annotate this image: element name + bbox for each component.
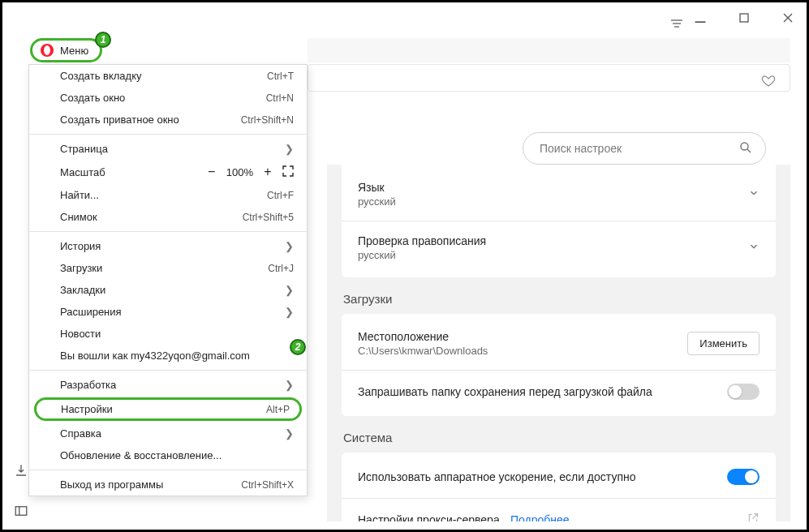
menu-item-downloads[interactable]: Загрузки Ctrl+J [29, 257, 307, 279]
downloads-card: Местоположение C:\Users\kmwar\Downloads … [342, 314, 776, 416]
menu-item-label: Выход из программы [60, 478, 163, 491]
settings-panel: Язык русский Проверка правописания русск… [327, 165, 790, 521]
proxy-row[interactable]: Настройки прокси-сервера Подробнее... [358, 507, 760, 521]
change-button[interactable]: Изменить [687, 332, 760, 355]
menu-item-find[interactable]: Найти... Ctrl+F [29, 184, 307, 206]
toolbar-stack-icon[interactable] [669, 19, 684, 33]
menu-item-label: Создать окно [60, 92, 125, 104]
heart-icon[interactable] [761, 74, 776, 92]
ask-folder-toggle[interactable] [727, 384, 760, 400]
sidebar-bottom-icons [14, 463, 28, 521]
zoom-value: 100% [226, 166, 253, 178]
proxy-label: Настройки прокси-сервера [358, 513, 500, 521]
menu-item-update[interactable]: Обновление & восстановление... [29, 444, 307, 466]
language-label: Язык [358, 181, 396, 194]
menu-item-news[interactable]: Новости [29, 323, 307, 345]
zoom-in-button[interactable]: + [261, 165, 274, 179]
proxy-more-link[interactable]: Подробнее... [510, 513, 579, 521]
ask-folder-label: Запрашивать папку сохранения перед загру… [358, 385, 652, 398]
menu-shortcut: Alt+P [266, 404, 290, 415]
search-input[interactable] [523, 132, 766, 165]
tab-strip [308, 38, 790, 62]
language-value: русский [358, 195, 396, 208]
menu-item-history[interactable]: История ❯ [29, 235, 307, 257]
menu-item-label: История [60, 240, 101, 252]
menu-item-page[interactable]: Страница ❯ [29, 138, 307, 160]
menu-shortcut: Ctrl+F [267, 190, 294, 201]
system-card: Использовать аппаратное ускорение, если … [342, 453, 776, 521]
spellcheck-row[interactable]: Проверка правописания русский [358, 230, 760, 266]
svg-rect-0 [740, 14, 748, 22]
menu-item-label: Масштаб [60, 166, 105, 178]
menu-item-extensions[interactable]: Расширения ❯ [29, 301, 307, 323]
menu-item-new-tab[interactable]: Создать вкладку Ctrl+T [29, 65, 307, 87]
external-link-icon [747, 512, 760, 521]
sidebar-toggle-icon[interactable] [14, 504, 28, 521]
downloads-section-title: Загрузки [343, 292, 790, 306]
hardware-accel-row[interactable]: Использовать аппаратное ускорение, если … [358, 464, 760, 490]
language-card: Язык русский Проверка правописания русск… [342, 165, 776, 277]
menu-item-label: Загрузки [60, 262, 102, 274]
menu-item-exit[interactable]: Выход из программы Ctrl+Shift+X [29, 474, 307, 496]
chevron-right-icon: ❯ [285, 284, 294, 296]
chevron-down-icon [748, 187, 760, 202]
menu-shortcut: Ctrl+Shift+5 [243, 212, 294, 223]
hardware-accel-label: Использовать аппаратное ускорение, если … [358, 470, 635, 483]
menu-item-account[interactable]: Вы вошли как my4322yqon@gmail.com [29, 345, 307, 367]
chevron-right-icon: ❯ [285, 143, 294, 155]
menu-shortcut: Ctrl+N [266, 92, 294, 104]
menu-shortcut: Ctrl+Shift+X [241, 479, 294, 491]
annotation-badge-1: 1 [95, 32, 111, 48]
menu-item-help[interactable]: Справка ❯ [29, 423, 307, 444]
menu-item-label: Настройки [61, 403, 113, 415]
search-icon [738, 140, 753, 158]
menu-item-label: Найти... [60, 189, 99, 201]
chevron-right-icon: ❯ [285, 306, 294, 318]
chevron-right-icon: ❯ [285, 240, 294, 252]
spellcheck-value: русский [358, 249, 486, 261]
menu-item-new-private[interactable]: Создать приватное окно Ctrl+Shift+N [29, 109, 307, 131]
hardware-accel-toggle[interactable] [727, 469, 760, 485]
menu-item-label: Обновление & восстановление... [60, 449, 222, 461]
language-row[interactable]: Язык русский [358, 176, 760, 212]
chevron-down-icon [748, 241, 760, 255]
svg-rect-2 [15, 507, 27, 516]
annotation-badge-2: 2 [290, 339, 306, 355]
system-section-title: Система [343, 431, 790, 444]
minimize-button[interactable] [690, 7, 711, 28]
menu-item-bookmarks[interactable]: Закладки ❯ [29, 279, 307, 301]
download-location-label: Местоположение [358, 330, 488, 343]
menu-item-label: Создать приватное окно [60, 114, 179, 126]
menu-shortcut: Ctrl+Shift+N [241, 114, 294, 126]
menu-item-label: Новости [60, 328, 101, 340]
menu-item-label: Справка [60, 427, 101, 440]
menu-item-settings[interactable]: Настройки Alt+P [34, 397, 302, 421]
download-location-row: Местоположение C:\Users\kmwar\Downloads … [358, 325, 760, 362]
main-menu: Создать вкладку Ctrl+T Создать окно Ctrl… [28, 64, 308, 496]
menu-item-label: Снимок [60, 211, 97, 223]
menu-item-zoom[interactable]: Масштаб − 100% + [29, 160, 307, 184]
menu-item-label: Страница [60, 143, 108, 155]
fullscreen-icon[interactable] [282, 165, 294, 179]
close-button[interactable] [777, 7, 798, 28]
menu-item-snapshot[interactable]: Снимок Ctrl+Shift+5 [29, 206, 307, 228]
menu-item-label: Расширения [60, 306, 122, 318]
opera-logo-icon [41, 44, 54, 57]
menu-shortcut: Ctrl+J [268, 263, 294, 274]
window-controls [690, 7, 798, 28]
menu-item-label: Закладки [60, 284, 105, 296]
address-bar[interactable] [308, 64, 790, 92]
zoom-out-button[interactable]: − [205, 165, 218, 179]
menu-item-label: Вы вошли как my4322yqon@gmail.com [60, 350, 250, 362]
menu-item-new-window[interactable]: Создать окно Ctrl+N [29, 87, 307, 109]
menu-button[interactable]: Меню [30, 38, 102, 62]
chevron-right-icon: ❯ [285, 427, 294, 440]
spellcheck-label: Проверка правописания [358, 234, 486, 247]
menu-item-label: Разработка [60, 379, 116, 391]
menu-item-develop[interactable]: Разработка ❯ [29, 374, 307, 396]
maximize-button[interactable] [734, 7, 755, 28]
download-icon[interactable] [14, 463, 28, 481]
svg-point-1 [741, 143, 748, 150]
ask-folder-row[interactable]: Запрашивать папку сохранения перед загру… [358, 379, 760, 405]
chevron-right-icon: ❯ [285, 379, 294, 391]
